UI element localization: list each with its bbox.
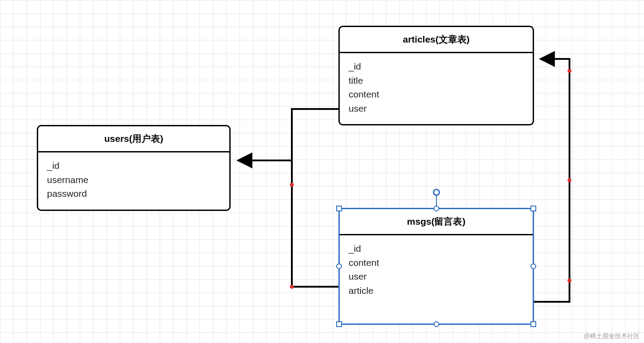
field: _id — [349, 242, 524, 256]
field: password — [47, 187, 220, 201]
field: user — [349, 269, 524, 284]
rotate-handle[interactable] — [433, 189, 440, 196]
entity-msgs[interactable]: msgs(留言表) _id content user article — [338, 208, 534, 325]
field: content — [349, 87, 524, 101]
resize-handle-ne[interactable] — [530, 206, 536, 211]
entity-msgs-fields: _id content user article — [340, 235, 533, 306]
diagram-canvas[interactable]: users(用户表) _id username password article… — [0, 0, 644, 343]
entity-articles-fields: _id title content user — [340, 53, 533, 124]
svg-point-1 — [290, 285, 294, 289]
connector-msgs-to-users — [290, 160, 339, 289]
resize-handle-nw[interactable] — [336, 206, 342, 211]
svg-point-3 — [568, 179, 572, 183]
rotate-handle-stem — [436, 196, 437, 207]
field: article — [349, 284, 524, 298]
field: _id — [47, 159, 220, 173]
resize-handle-w[interactable] — [336, 264, 342, 269]
field: username — [47, 173, 220, 187]
entity-users-fields: _id username password — [38, 152, 229, 210]
watermark: @稀土掘金技术社区 — [584, 332, 640, 340]
svg-point-0 — [290, 183, 294, 187]
entity-articles[interactable]: articles(文章表) _id title content user — [338, 26, 534, 125]
entity-users[interactable]: users(用户表) _id username password — [37, 125, 231, 211]
entity-articles-title: articles(文章表) — [340, 27, 533, 53]
svg-point-2 — [568, 69, 572, 73]
field: title — [349, 74, 524, 88]
svg-point-4 — [568, 279, 572, 283]
field: user — [349, 101, 524, 116]
field: content — [349, 256, 524, 270]
entity-users-title: users(用户表) — [38, 126, 229, 152]
resize-handle-se[interactable] — [530, 321, 536, 327]
entity-msgs-title: msgs(留言表) — [340, 209, 533, 235]
connector-articles-to-users — [238, 109, 338, 160]
resize-handle-s[interactable] — [433, 321, 439, 327]
resize-handle-sw[interactable] — [336, 321, 342, 327]
field: _id — [349, 59, 524, 74]
connector-msgs-to-articles — [534, 59, 572, 302]
resize-handle-e[interactable] — [530, 264, 536, 269]
